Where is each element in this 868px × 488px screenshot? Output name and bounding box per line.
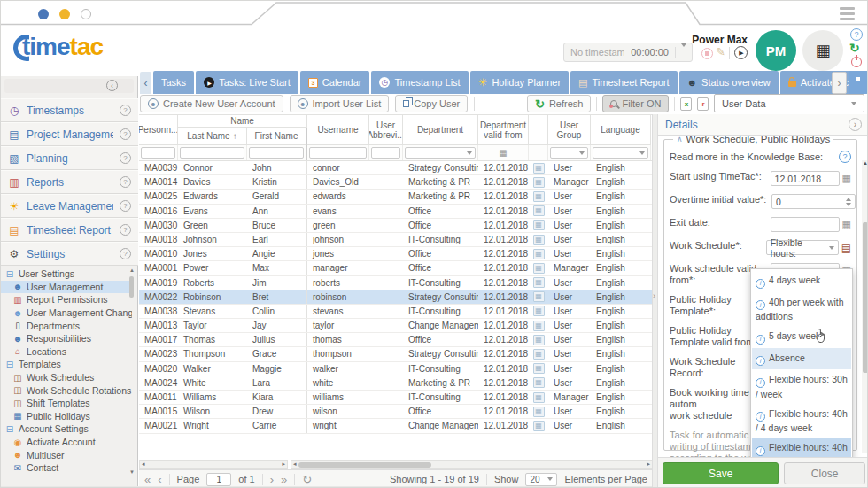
save-button[interactable]: Save [663, 462, 779, 484]
row-calendar-icon[interactable]: ▦ [533, 306, 545, 316]
row-calendar-icon[interactable]: ▦ [533, 263, 545, 274]
col-header-language[interactable]: Language [591, 115, 651, 145]
tree-item[interactable]: ☻ Responsibilities [1, 332, 132, 345]
sidebar-nav-item[interactable]: ☀ Leave Management ? [1, 194, 138, 218]
info-icon[interactable]: i [756, 378, 765, 388]
sidebar-nav-item[interactable]: ▥ Reports ? [1, 170, 138, 194]
table-row[interactable]: MA0011 Williams Kiara williams IT-Consul… [139, 391, 653, 405]
info-icon[interactable]: i [756, 279, 765, 289]
filter-user-abbreviation[interactable] [369, 145, 403, 160]
table-row[interactable]: MA0039 Connor John connor Strategy Consu… [139, 161, 653, 175]
calendar-icon[interactable]: ▦ [499, 148, 507, 158]
hamburger-menu-icon[interactable] [840, 7, 855, 23]
tree-scrollbar[interactable]: ▲ ▼ [128, 267, 136, 475]
view-mode-select[interactable]: User Data [714, 94, 864, 112]
tree-item[interactable]: ▥ Report Permissions [1, 293, 132, 306]
scroll-down-icon[interactable]: ▼ [128, 469, 136, 475]
filter-user-group-select[interactable] [548, 145, 591, 160]
refresh-button[interactable]: ↻Refresh [527, 95, 591, 112]
panel-collapse-handle-icon[interactable]: › [653, 291, 655, 300]
calendar-icon[interactable]: ▦ [842, 173, 851, 184]
scroll-up-icon[interactable]: ▲ [128, 267, 136, 273]
row-calendar-icon[interactable]: ▦ [533, 377, 545, 388]
row-calendar-icon[interactable]: ▦ [533, 220, 545, 230]
dropdown-option[interactable]: iAbsence [752, 348, 851, 370]
info-icon[interactable]: i [756, 300, 765, 310]
filter-on-button[interactable]: Filter ON [602, 95, 669, 112]
create-new-user-button[interactable]: ☻Create New User Account [140, 95, 283, 112]
tab-tasks[interactable]: Tasks [153, 71, 194, 94]
sidebar-collapse-bar[interactable]: ‹ [4, 79, 134, 93]
col-header-last-name[interactable]: Last Name↑ [178, 128, 247, 145]
table-row[interactable]: MA0001 Power Max manager Office 12.01.20… [139, 261, 653, 275]
tab-timesheet-report[interactable]: ▤Timesheet Report [570, 71, 677, 94]
help-icon[interactable]: ? [850, 28, 863, 41]
row-calendar-icon[interactable]: ▦ [533, 421, 545, 431]
export-rtf-icon[interactable]: r [697, 97, 709, 111]
row-calendar-icon[interactable]: ▦ [533, 177, 545, 188]
row-calendar-icon[interactable]: ▦ [533, 291, 545, 302]
filter-language-select[interactable] [591, 145, 651, 160]
filter-department-select[interactable] [403, 145, 478, 160]
logout-power-icon[interactable] [851, 57, 862, 67]
col-header-first-name[interactable]: First Name [247, 128, 307, 145]
tree-item[interactable]: ▯ Departments [1, 319, 132, 332]
tree-item[interactable]: ◉ Activate Account [1, 436, 132, 449]
table-row[interactable]: MA0024 White Lara white Marketing & PR 1… [139, 376, 653, 391]
help-circle-icon[interactable]: ? [120, 200, 131, 212]
tree-item[interactable]: ✉ Contact [1, 461, 132, 475]
panel-scrollbar[interactable]: ▲ [862, 160, 868, 453]
table-row[interactable]: MA0014 Davies Kristin Davies_Old Marketi… [139, 175, 653, 190]
frozen-columns-scrollbar[interactable]: ◂ ▸ [139, 460, 288, 469]
import-user-list-button[interactable]: ☻Import User List [290, 95, 390, 112]
first-page-button[interactable]: « [144, 473, 151, 486]
export-excel-icon[interactable]: x [680, 97, 692, 111]
collapse-sidebar-icon[interactable]: ‹ [106, 80, 118, 91]
next-page-button[interactable]: › [270, 473, 274, 486]
col-header-department-valid-from[interactable]: Department valid from [478, 115, 529, 145]
tree-item[interactable]: ⌂ Locations [1, 345, 132, 359]
table-row[interactable]: MA0013 Taylor Jay taylor Change Manageme… [139, 319, 653, 333]
tree-item[interactable]: ◫ Work Schedule Rotations [1, 383, 132, 397]
table-row[interactable]: MA0038 Stevans Collin stevans IT-Consult… [139, 305, 653, 319]
scroll-left-icon[interactable]: ◂ [293, 461, 297, 468]
page-number-input[interactable] [206, 473, 231, 486]
dropdown-option[interactable]: iFlexible hours: 40h / week [752, 438, 851, 457]
col-header-user-group[interactable]: User Group [548, 115, 591, 145]
tree-item[interactable]: ◫ Shift Templates [1, 397, 132, 410]
user-avatar[interactable]: PM [756, 30, 796, 71]
row-calendar-icon[interactable]: ▦ [533, 349, 545, 360]
tree-item[interactable]: ☻ User Management [1, 281, 132, 294]
close-button[interactable]: Close [784, 462, 865, 484]
dropdown-option[interactable]: iFlexible hours: 40h / 4 days week [752, 404, 851, 438]
timer-dropdown-chevron-icon[interactable] [676, 47, 692, 58]
table-row[interactable]: MA0020 Walker Maggie walker IT-Consultin… [139, 362, 653, 376]
table-row[interactable]: MA0022 Robinson Bret robinson Strategy C… [139, 290, 653, 305]
help-circle-icon[interactable]: ? [120, 105, 131, 116]
col-header-user-abbreviation[interactable]: User Abbrevi... [369, 115, 403, 145]
info-icon[interactable]: i [756, 446, 765, 456]
tree-item[interactable]: ⊟ Account Settings [1, 422, 132, 436]
reload-table-icon[interactable]: ↻ [302, 473, 312, 486]
col-header-personnel[interactable]: Personn... [139, 115, 178, 145]
sidebar-nav-item[interactable]: ▤ Project Management ? [1, 122, 138, 146]
dropdown-option[interactable]: i40h per week with additions [752, 292, 851, 327]
help-circle-icon[interactable]: ? [120, 248, 131, 259]
filter-personnel[interactable] [139, 145, 178, 160]
table-row[interactable]: MA0021 Wright Carrie wright Change Manag… [139, 419, 653, 433]
tab-calendar[interactable]: 3Calendar [300, 71, 370, 94]
dropdown-option[interactable]: i5 days week [752, 326, 851, 348]
table-row[interactable]: MA0019 Roberts Jim roberts IT-Consulting… [139, 276, 653, 290]
sidebar-nav-item[interactable]: ▧ Planning ? [1, 146, 138, 170]
tree-item[interactable]: ☻ User Management Changelog [1, 306, 132, 320]
reload-icon[interactable]: ↻ [849, 41, 860, 55]
scrollbar-thumb[interactable] [298, 462, 431, 468]
help-circle-icon[interactable]: ? [120, 152, 131, 164]
filter-first-name[interactable] [247, 145, 307, 160]
row-calendar-icon[interactable]: ▦ [533, 163, 545, 174]
table-row[interactable]: MA0016 Evans Ann evans Office 12.01.2018… [139, 205, 653, 219]
briefcase-icon[interactable]: ▤ [841, 242, 851, 254]
overtime-input[interactable] [771, 194, 856, 209]
tab-timestamp-list[interactable]: ◷Timestamp List [371, 71, 468, 94]
tree-item[interactable]: ⊟ Templates [1, 358, 132, 371]
